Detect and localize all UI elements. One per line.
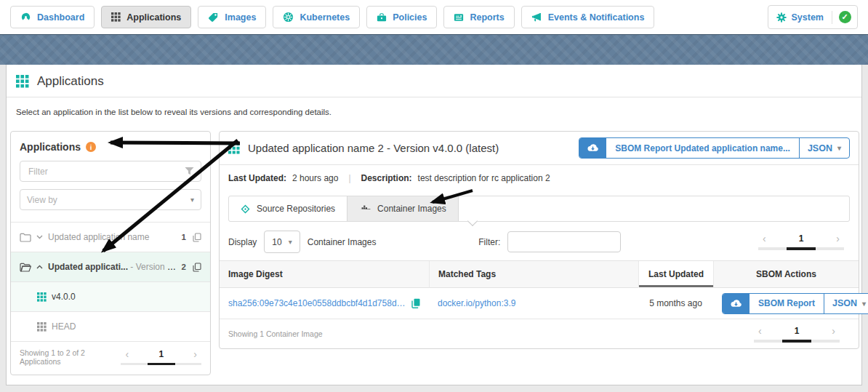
row-json-dropdown-button[interactable]: JSON▾ bbox=[824, 294, 868, 313]
version-row-head[interactable]: HEAD bbox=[11, 311, 210, 341]
nav-kubernetes[interactable]: Kubernetes bbox=[273, 6, 360, 28]
gear-icon bbox=[776, 12, 787, 23]
page-header: Applications bbox=[7, 65, 861, 97]
table-toolbar: Display 10 ▾ Container Images Filter: ‹ … bbox=[220, 222, 859, 260]
table-showing-text: Showing 1 Container Image bbox=[228, 329, 323, 338]
copies-icon bbox=[193, 233, 201, 242]
nav-policies[interactable]: Policies bbox=[366, 6, 437, 28]
description-label: Description: bbox=[361, 173, 412, 183]
page-title: Applications bbox=[37, 74, 104, 89]
health-ok-icon: ✓ bbox=[839, 11, 851, 23]
system-button[interactable]: System bbox=[768, 12, 832, 23]
nav-left-group: Dashboard Applications Images Kubernetes bbox=[10, 6, 654, 28]
page-number[interactable]: 1 bbox=[799, 233, 804, 244]
nav-applications[interactable]: Applications bbox=[101, 6, 191, 28]
nav-dashboard[interactable]: Dashboard bbox=[10, 6, 95, 28]
display-suffix: Container Images bbox=[308, 237, 377, 247]
image-digest-link[interactable]: sha256:09e73c4e10e0558ddbcbf4d1d758d041a… bbox=[228, 298, 406, 308]
page-number[interactable]: 1 bbox=[158, 349, 164, 359]
detail-title: Updated application name 2 - Version v4.… bbox=[248, 142, 571, 154]
tab-container-images[interactable]: Container Images bbox=[347, 196, 459, 221]
copies-icon bbox=[193, 263, 201, 272]
view-by-select[interactable]: View by ▾ bbox=[20, 189, 201, 210]
sbom-actions-cell: SBOM Report JSON▾ bbox=[713, 289, 868, 319]
image-digest-cell: sha256:09e73c4e10e0558ddbcbf4d1d758d041a… bbox=[220, 294, 429, 313]
tag-icon bbox=[208, 12, 219, 23]
next-page-icon[interactable]: › bbox=[832, 326, 835, 336]
page-size-value: 10 bbox=[272, 237, 281, 247]
folder-open-icon bbox=[20, 263, 31, 272]
prev-page-icon[interactable]: ‹ bbox=[125, 349, 129, 359]
matched-tag-link[interactable]: docker.io/python:3.9 bbox=[438, 298, 515, 308]
funnel-icon bbox=[185, 167, 194, 176]
sidebar-title: Applications bbox=[20, 141, 81, 153]
pagination-track bbox=[754, 340, 840, 343]
nav-label: Policies bbox=[393, 12, 427, 23]
version-label: HEAD bbox=[52, 321, 201, 332]
sbom-report-button[interactable]: SBOM Report Updated application name... bbox=[606, 138, 799, 158]
top-navbar: Dashboard Applications Images Kubernetes bbox=[0, 0, 868, 35]
sidebar-filter-box bbox=[20, 161, 201, 182]
json-label: JSON bbox=[808, 143, 832, 153]
pagination-indicator bbox=[782, 340, 811, 343]
nav-images[interactable]: Images bbox=[198, 6, 266, 28]
json-dropdown-button[interactable]: JSON▾ bbox=[799, 138, 849, 158]
applications-grid-icon bbox=[228, 143, 240, 154]
cloud-download-icon[interactable] bbox=[579, 138, 606, 158]
detail-tabbar: Source Repositories Container Images bbox=[228, 196, 850, 222]
version-grid-icon bbox=[37, 322, 47, 332]
next-page-icon[interactable]: › bbox=[193, 349, 197, 359]
system-health-button[interactable]: ✓ bbox=[832, 11, 857, 23]
source-diamond-icon bbox=[241, 204, 250, 214]
row-sbom-report-button[interactable]: SBOM Report bbox=[750, 294, 824, 313]
chevron-down-icon: ▾ bbox=[190, 196, 194, 204]
filter-label: Filter: bbox=[478, 237, 500, 247]
version-grid-icon bbox=[37, 292, 47, 302]
content-card: Applications Select an application in th… bbox=[6, 65, 862, 385]
sbom-report-button-group: SBOM Report Updated application name... … bbox=[579, 137, 850, 159]
dashboard-icon bbox=[20, 12, 31, 23]
page-subtitle: Select an application in the list below … bbox=[7, 97, 861, 127]
nav-reports[interactable]: Reports bbox=[443, 6, 514, 28]
chevron-down-icon: ▾ bbox=[289, 238, 292, 246]
applications-sidebar: Applications i View by ▾ Upda bbox=[10, 131, 211, 375]
nav-events-notifications[interactable]: Events & Notifications bbox=[521, 6, 655, 28]
application-row-expanded[interactable]: Updated applicati... - Version v4.0.0 2 bbox=[11, 252, 210, 281]
folder-closed-icon bbox=[20, 233, 31, 242]
col-header-last-updated[interactable]: Last Updated bbox=[638, 261, 713, 288]
col-header-sbom-actions[interactable]: SBOM Actions bbox=[713, 261, 859, 288]
info-icon[interactable]: i bbox=[86, 142, 96, 152]
cloud-download-icon[interactable] bbox=[723, 294, 750, 313]
table-row: sha256:09e73c4e10e0558ddbcbf4d1d758d041a… bbox=[220, 288, 859, 319]
nav-label: Events & Notifications bbox=[548, 12, 645, 23]
application-name: Updated application name bbox=[48, 232, 177, 242]
sidebar-pagination: ‹ 1 › bbox=[121, 349, 201, 366]
next-page-icon[interactable]: › bbox=[836, 233, 840, 244]
page-size-select[interactable]: 10 ▾ bbox=[264, 231, 300, 253]
version-row-selected[interactable]: v4.0.0 bbox=[11, 281, 210, 311]
chevron-down-icon: ▾ bbox=[837, 144, 841, 152]
col-header-image-digest[interactable]: Image Digest bbox=[220, 261, 429, 288]
matched-tag-cell: docker.io/python:3.9 bbox=[429, 294, 638, 313]
tab-source-repositories[interactable]: Source Repositories bbox=[229, 196, 347, 221]
table-filter-input[interactable] bbox=[507, 231, 621, 252]
applications-grid-icon bbox=[16, 75, 29, 88]
application-name-group: Updated applicati... - Version v4.0.0 bbox=[48, 262, 177, 272]
table-pagination-top: ‹ 1 › bbox=[758, 233, 844, 250]
version-label: v4.0.0 bbox=[52, 292, 201, 302]
nav-label: Applications bbox=[126, 12, 181, 23]
copy-icon[interactable] bbox=[411, 298, 420, 308]
chevron-down-icon: ▾ bbox=[862, 300, 866, 308]
page-number[interactable]: 1 bbox=[795, 326, 800, 336]
last-updated-cell: 5 months ago bbox=[638, 294, 713, 313]
prev-page-icon[interactable]: ‹ bbox=[758, 326, 762, 336]
application-row-collapsed[interactable]: Updated application name 1 bbox=[11, 222, 210, 252]
table-pagination-bottom: ‹ 1 › bbox=[754, 326, 840, 343]
pagination-indicator bbox=[148, 363, 175, 366]
sidebar-showing-text: Showing 1 to 2 of 2 Applications bbox=[20, 348, 121, 366]
sidebar-filter-input[interactable] bbox=[27, 166, 180, 177]
col-header-matched-tags[interactable]: Matched Tags bbox=[429, 261, 638, 288]
docker-whale-icon bbox=[359, 204, 371, 214]
last-updated-label: Last Updated: bbox=[228, 173, 286, 183]
prev-page-icon[interactable]: ‹ bbox=[763, 233, 766, 244]
